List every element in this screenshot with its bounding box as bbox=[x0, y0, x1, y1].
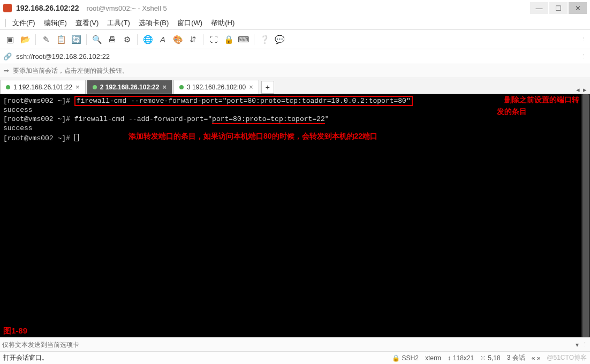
terminal-scrollbar[interactable] bbox=[581, 94, 590, 337]
lock-icon[interactable]: 🔒 bbox=[222, 33, 236, 47]
app-icon bbox=[3, 4, 12, 12]
tab-session-1[interactable]: 1 192.168.26.101:22 × bbox=[0, 80, 86, 94]
status-bar: 打开会话窗口。 🔒SSH2 xterm ↕118x21 ⁙5,18 3 会话 «… bbox=[0, 351, 590, 364]
figure-number: 图1-89 bbox=[3, 326, 27, 335]
clipboard-icon[interactable]: 📋 bbox=[54, 33, 68, 47]
speech-bubble-icon[interactable]: 💬 bbox=[273, 33, 286, 47]
toolbar: ▣ 📂 ✎ 📋 🔄 🔍 🖶 ⚙ 🌐 A 🎨 ⇵ ⛶ 🔒 ⌨ ❔ 💬 ⋮ bbox=[0, 30, 590, 49]
search-icon[interactable]: 🔍 bbox=[90, 33, 104, 47]
tab-close-icon[interactable]: × bbox=[162, 83, 167, 91]
menu-file[interactable]: 文件(F) bbox=[8, 17, 40, 29]
tab-close-icon[interactable]: × bbox=[75, 83, 80, 91]
tab-label: 2 192.168.26.102:22 bbox=[100, 84, 160, 91]
tabs-prev-icon[interactable]: ◂ bbox=[576, 86, 580, 94]
status-dot-icon bbox=[93, 85, 97, 89]
command-2-b: " bbox=[325, 115, 329, 123]
sendbar-grip: ⋮ bbox=[582, 341, 588, 348]
prompt: [root@vms002 ~]# bbox=[3, 115, 74, 123]
tab-session-3[interactable]: 3 192.168.26.102:80 × bbox=[173, 80, 259, 94]
scroll-arrows-icon[interactable]: ⇵ bbox=[186, 33, 200, 47]
status-protocol: 🔒SSH2 bbox=[392, 354, 419, 362]
refresh-icon[interactable]: 🔄 bbox=[69, 33, 83, 47]
cursor bbox=[74, 134, 79, 141]
lock-icon: 🔒 bbox=[392, 354, 400, 362]
annotation-add-port: 添加转发端口的条目，如果访问本机端口80的时候，会转发到本机的22端口 bbox=[128, 132, 377, 141]
address-url[interactable]: ssh://root@192.168.26.102:22 bbox=[16, 52, 110, 60]
menu-help[interactable]: 帮助(H) bbox=[207, 17, 239, 29]
send-input-bar: ▾ ⋮ bbox=[0, 337, 590, 351]
tab-label: 3 192.168.26.102:80 bbox=[187, 84, 246, 91]
status-dot-icon bbox=[179, 85, 184, 89]
printer-icon[interactable]: 🖶 bbox=[105, 33, 119, 47]
link-icon: 🔗 bbox=[3, 52, 12, 60]
address-grip: ⋮ bbox=[581, 53, 587, 60]
underlined-argument: port=80:proto=tcp:toport=22 bbox=[212, 115, 325, 124]
status-chevrons[interactable]: « » bbox=[532, 354, 541, 362]
send-target-dropdown-icon[interactable]: ▾ bbox=[572, 341, 582, 348]
status-sessions: 3 会话 bbox=[507, 353, 525, 362]
title-host: 192.168.26.102:22 bbox=[16, 4, 79, 12]
menu-bar: 文件(F) 编辑(E) 查看(V) 工具(T) 选项卡(B) 窗口(W) 帮助(… bbox=[0, 16, 590, 30]
prompt: [root@vms002 ~]# bbox=[3, 134, 74, 142]
menu-tools[interactable]: 工具(T) bbox=[103, 17, 134, 29]
watermark: @51CTO博客 bbox=[547, 353, 587, 362]
prompt: [root@vms002 ~]# bbox=[3, 97, 74, 105]
pencil-icon[interactable]: ✎ bbox=[39, 33, 53, 47]
keyboard-icon[interactable]: ⌨ bbox=[237, 33, 251, 47]
color-palette-icon[interactable]: 🎨 bbox=[171, 33, 185, 47]
close-button[interactable]: ✕ bbox=[569, 2, 587, 14]
hint-arrow-icon[interactable]: ⮕ bbox=[3, 67, 10, 75]
toolbar-grip: ⋮ bbox=[581, 36, 587, 43]
font-icon[interactable]: A bbox=[156, 33, 170, 47]
session-tabs-bar: 1 192.168.26.101:22 × 2 192.168.26.102:2… bbox=[0, 78, 590, 94]
menu-window[interactable]: 窗口(W) bbox=[173, 17, 207, 29]
globe-icon[interactable]: 🌐 bbox=[141, 33, 155, 47]
hint-bar: ⮕ 要添加当前会话，点击左侧的箭头按钮。 bbox=[0, 64, 590, 78]
send-input[interactable] bbox=[2, 341, 572, 348]
tab-close-icon[interactable]: × bbox=[249, 83, 253, 91]
command-2-a: firewall-cmd --add-forward-port=" bbox=[74, 115, 212, 123]
tab-session-2[interactable]: 2 192.168.26.102:22 × bbox=[87, 80, 172, 94]
address-bar: 🔗 ssh://root@192.168.26.102:22 ⋮ bbox=[0, 49, 590, 64]
menu-view[interactable]: 查看(V) bbox=[71, 17, 103, 29]
scrollbar-thumb[interactable] bbox=[583, 94, 589, 337]
open-folder-icon[interactable]: 📂 bbox=[18, 33, 32, 47]
annotation-remove-port-b: 发的条目 bbox=[497, 107, 527, 116]
terminal[interactable]: [root@vms002 ~]# firewall-cmd --remove-f… bbox=[0, 94, 590, 337]
properties-icon[interactable]: ⚙ bbox=[120, 33, 134, 47]
highlighted-command-1: firewall-cmd --remove-forward-port="port… bbox=[74, 96, 413, 106]
tabs-next-icon[interactable]: ▸ bbox=[583, 86, 587, 94]
add-tab-button[interactable]: + bbox=[261, 81, 274, 94]
fullscreen-icon[interactable]: ⛶ bbox=[207, 33, 221, 47]
menu-tabs[interactable]: 选项卡(B) bbox=[134, 17, 173, 29]
hint-text: 要添加当前会话，点击左侧的箭头按钮。 bbox=[13, 66, 128, 75]
annotation-remove-port: 删除之前设置的端口转 bbox=[504, 95, 579, 104]
title-bar: 192.168.26.102:22 root@vms002:~ - Xshell… bbox=[0, 0, 590, 16]
status-dot-icon bbox=[6, 85, 10, 89]
tab-label: 1 192.168.26.101:22 bbox=[13, 84, 72, 91]
new-session-icon[interactable]: ▣ bbox=[3, 33, 17, 47]
status-size: ↕118x21 bbox=[448, 354, 474, 362]
help-icon[interactable]: ❔ bbox=[258, 33, 271, 47]
status-message: 打开会话窗口。 bbox=[3, 353, 385, 362]
menu-edit[interactable]: 编辑(E) bbox=[40, 17, 71, 29]
status-term: xterm bbox=[425, 354, 441, 362]
title-subtitle: root@vms002:~ - Xshell 5 bbox=[87, 4, 167, 12]
status-cursor-pos: ⁙5,18 bbox=[480, 354, 500, 362]
minimize-button[interactable]: — bbox=[530, 2, 548, 14]
maximize-button[interactable]: ☐ bbox=[549, 2, 568, 14]
